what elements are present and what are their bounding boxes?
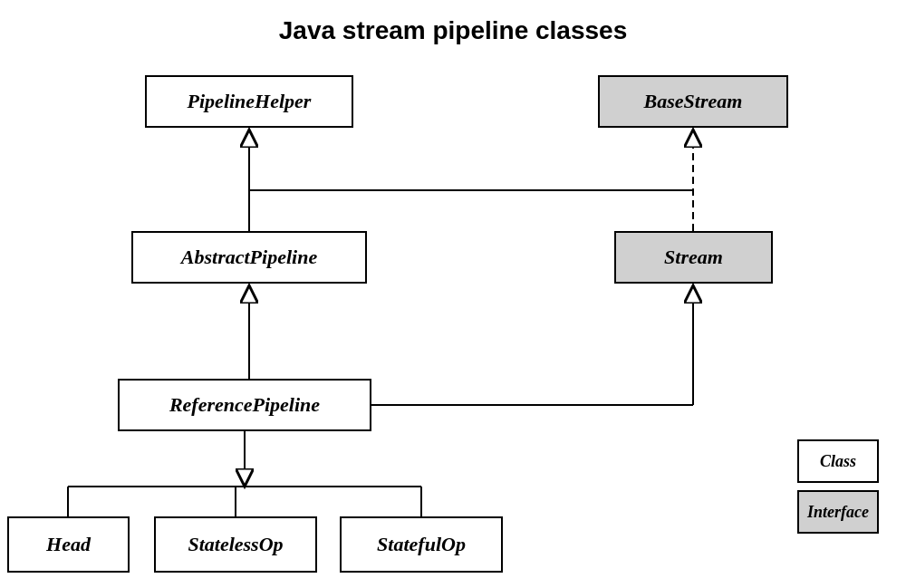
box-referencepipeline: ReferencePipeline <box>118 379 371 431</box>
legend-class-item: Class <box>797 439 879 483</box>
box-pipelinehelper: PipelineHelper <box>145 75 353 128</box>
box-statefulop: StatefulOp <box>340 516 503 573</box>
box-statelessop: StatelessOp <box>154 516 317 573</box>
box-head: Head <box>7 516 130 573</box>
diagram-container: Java stream pipeline classes PipelineHel… <box>0 0 906 588</box>
box-abstractpipeline: AbstractPipeline <box>131 231 367 284</box>
legend-interface-item: Interface <box>797 490 879 534</box>
legend-area: Class Interface <box>797 439 879 534</box>
box-basestream: BaseStream <box>598 75 788 128</box>
page-title: Java stream pipeline classes <box>0 0 906 54</box>
legend-class-box: Class <box>797 439 879 483</box>
box-stream: Stream <box>614 231 773 284</box>
legend-interface-box: Interface <box>797 490 879 534</box>
